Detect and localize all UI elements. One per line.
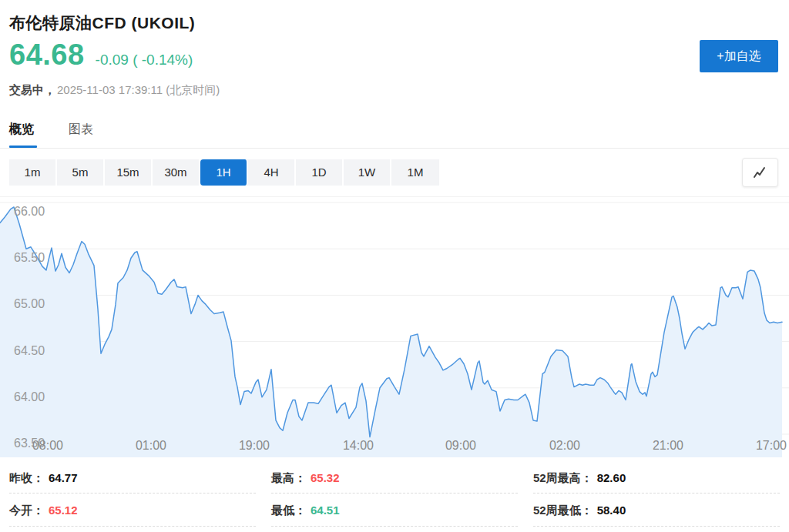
stat-label: 最高： — [271, 471, 306, 484]
price-change: -0.09 ( -0.14%) — [96, 52, 193, 68]
trading-status: 交易中， — [9, 83, 55, 96]
period-button-30m[interactable]: 30m — [153, 159, 200, 186]
tab-bar-divider — [0, 148, 789, 149]
x-axis-label: 14:00 — [343, 439, 374, 452]
period-button-1H[interactable]: 1H — [200, 159, 248, 186]
stat-row: 最高：65.32 — [271, 463, 518, 494]
status-row: 交易中，2025-11-03 17:39:11 (北京时间) — [9, 83, 220, 98]
stat-label: 52周最高： — [533, 471, 593, 484]
y-axis-label: 64.00 — [14, 390, 45, 403]
x-axis-label: 09:00 — [445, 439, 476, 452]
period-button-1W[interactable]: 1W — [344, 159, 391, 186]
tab-概览[interactable]: 概览 — [9, 122, 34, 138]
stats-column: 最高：65.32最低：64.51 — [271, 463, 518, 527]
period-button-1D[interactable]: 1D — [296, 159, 344, 186]
stat-value: 82.60 — [597, 471, 626, 484]
stat-label: 52周最低： — [533, 504, 593, 517]
y-axis-label: 65.50 — [14, 251, 45, 264]
tab-bar: 概览图表 — [9, 122, 128, 140]
chart-style-button[interactable] — [742, 158, 778, 187]
stats-column: 昨收：64.77今开：65.12 — [9, 463, 256, 527]
period-button-4H[interactable]: 4H — [248, 159, 296, 186]
stat-value: 64.51 — [311, 504, 340, 517]
stat-value: 65.32 — [311, 471, 340, 484]
x-axis-label: 02:00 — [549, 439, 580, 452]
stat-label: 昨收： — [9, 471, 44, 484]
y-axis-label: 64.50 — [14, 344, 45, 357]
page-title: 布伦特原油CFD (UKOIL) — [9, 12, 195, 34]
quote-timestamp: 2025-11-03 17:39:11 (北京时间) — [57, 83, 220, 96]
x-axis-label: 21:00 — [653, 439, 683, 452]
x-axis-label: 08:00 — [32, 439, 63, 452]
stat-row: 52周最低：58.40 — [533, 494, 780, 527]
stat-value: 65.12 — [49, 504, 78, 517]
price-chart[interactable]: 66.0065.5065.0064.5064.0063.5008:0001:00… — [0, 196, 789, 457]
y-axis-label: 65.00 — [14, 297, 45, 310]
line-chart-icon — [751, 163, 770, 182]
stat-row: 今开：65.12 — [9, 494, 256, 527]
last-price: 64.68 — [9, 38, 85, 71]
price-row: 64.68-0.09 ( -0.14%) — [9, 38, 193, 72]
stat-row: 昨收：64.77 — [9, 463, 256, 494]
stat-label: 最低： — [271, 504, 306, 517]
stat-label: 今开： — [9, 504, 44, 517]
stats-column: 52周最高：82.6052周最低：58.40 — [533, 463, 780, 527]
period-button-15m[interactable]: 15m — [105, 159, 153, 186]
stat-value: 58.40 — [597, 504, 626, 517]
add-watchlist-button[interactable]: +加自选 — [700, 40, 778, 72]
period-toolbar: 1m5m15m30m1H4H1D1W1M — [9, 159, 439, 186]
quote-page: 布伦特原油CFD (UKOIL) 64.68-0.09 ( -0.14%) 交易… — [0, 0, 789, 532]
x-axis-label: 01:00 — [136, 439, 166, 452]
period-button-1M[interactable]: 1M — [391, 159, 439, 186]
stat-row: 最低：64.51 — [271, 494, 518, 527]
period-button-1m[interactable]: 1m — [9, 159, 57, 186]
stat-row: 52周最高：82.60 — [533, 463, 780, 494]
x-axis-label: 19:00 — [239, 439, 270, 452]
x-axis-label: 17:00 — [756, 439, 787, 452]
tab-图表[interactable]: 图表 — [69, 122, 93, 138]
price-chart-canvas[interactable]: 66.0065.5065.0064.5064.0063.5008:0001:00… — [0, 197, 789, 457]
y-axis-label: 66.00 — [14, 205, 45, 218]
stat-value: 64.77 — [49, 471, 78, 484]
period-button-5m[interactable]: 5m — [57, 159, 105, 186]
